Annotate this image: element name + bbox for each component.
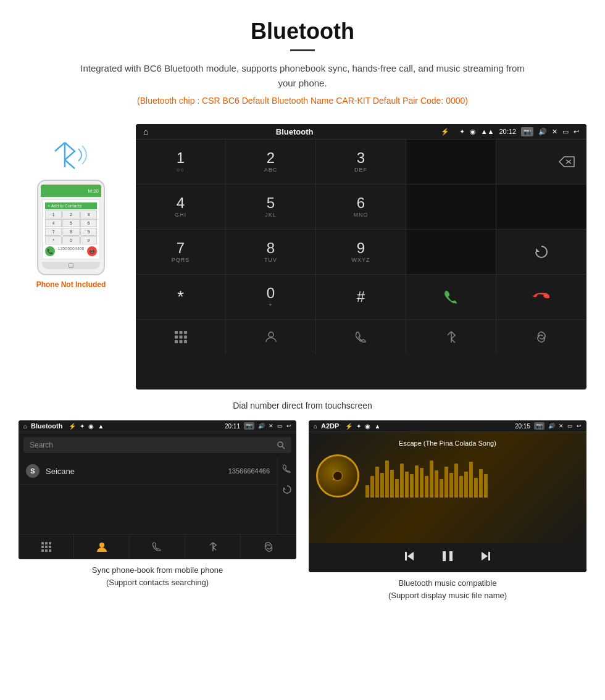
svg-rect-11 (175, 340, 178, 343)
music-location-icon: ◉ (365, 423, 370, 430)
spectrum-bar (385, 460, 389, 498)
next-button[interactable] (479, 549, 493, 566)
spectrum-bar (380, 473, 384, 498)
redial-button[interactable] (496, 230, 586, 274)
dial-key-5[interactable]: 5JKL (226, 185, 316, 229)
svg-marker-4 (536, 248, 540, 252)
dial-key-6[interactable]: 6MNO (316, 185, 406, 229)
pb-content: S Seicane 13566664466 (19, 458, 296, 534)
hangup-button[interactable] (496, 275, 586, 319)
location-icon: ◉ (470, 128, 476, 136)
pb-action-link[interactable] (241, 535, 296, 559)
dial-key-9[interactable]: 9WXYZ (316, 230, 406, 274)
action-link[interactable] (496, 320, 586, 354)
pb-action-contacts[interactable] (74, 535, 130, 559)
pb-action-phone[interactable] (130, 535, 185, 559)
phonebook-wrap: ⌂ Bluetooth ⚡ ✦ ◉ ▲ 20:11 📷 🔊 ✕ ▭ ↩ Sear… (19, 420, 296, 601)
pb-title: Bluetooth (31, 422, 62, 430)
dial-key-3[interactable]: 3DEF (316, 140, 406, 184)
pb-action-dialpad[interactable] (19, 535, 74, 559)
music-window-icon[interactable]: ▭ (567, 423, 573, 429)
phone-key-7: 7 (45, 228, 62, 236)
pb-call-icon[interactable] (282, 463, 293, 477)
dial-key-0[interactable]: 0+ (226, 275, 316, 319)
spectrum-bar (444, 467, 448, 498)
spectrum-bar (435, 470, 438, 498)
dial-key-hash[interactable]: # (316, 275, 406, 319)
action-phone[interactable] (316, 320, 406, 354)
spectrum-bar (454, 464, 458, 498)
music-song-title: Escape (The Pina Colada Song) (399, 440, 496, 447)
phone-mockup: M:20 + Add to Contacts 1 2 3 4 5 6 7 8 9… (37, 180, 105, 275)
action-contacts[interactable] (226, 320, 316, 354)
main-action-bar (136, 319, 586, 354)
music-back-icon[interactable]: ↩ (577, 423, 582, 429)
svg-rect-19 (41, 542, 44, 544)
pb-close-icon[interactable]: ✕ (269, 423, 273, 429)
pb-window-icon[interactable]: ▭ (277, 423, 283, 429)
dial-key-1[interactable]: 1○○ (136, 140, 226, 184)
svg-rect-6 (179, 331, 182, 334)
phone-key-2: 2 (62, 210, 79, 219)
window-icon[interactable]: ▭ (562, 128, 569, 136)
bt-status-icon: ✦ (459, 128, 465, 136)
phone-home-button (42, 262, 100, 269)
volume-icon[interactable]: 🔊 (538, 128, 547, 136)
pb-camera-icon[interactable]: 📷 (244, 422, 254, 430)
dial-key-8[interactable]: 8TUV (226, 230, 316, 274)
spectrum-bar (375, 467, 379, 498)
action-bluetooth[interactable] (406, 320, 496, 354)
contact-number: 13566664466 (228, 467, 270, 475)
back-icon[interactable]: ↩ (574, 128, 579, 136)
camera-icon[interactable]: 📷 (521, 127, 533, 136)
dial-key-star[interactable]: * (136, 275, 226, 319)
pb-refresh-icon[interactable] (282, 484, 293, 498)
phone-key-hash: # (80, 236, 97, 244)
pb-volume-icon[interactable]: 🔊 (258, 423, 265, 429)
call-button[interactable] (406, 275, 496, 319)
empty-cell-1 (496, 185, 586, 229)
spectrum-bar (440, 479, 443, 498)
spectrum-bar (425, 476, 428, 498)
phone-key-4: 4 (45, 219, 62, 227)
home-icon[interactable]: ⌂ (143, 127, 148, 136)
music-time: 20:15 (515, 423, 530, 430)
prev-button[interactable] (403, 549, 416, 566)
pb-search-bar[interactable]: Search (23, 437, 291, 453)
pb-back-icon[interactable]: ↩ (286, 423, 291, 429)
close-icon[interactable]: ✕ (552, 128, 557, 136)
svg-marker-1 (559, 157, 574, 167)
dial-key-7[interactable]: 7PQRS (136, 230, 226, 274)
play-pause-button[interactable] (441, 549, 454, 566)
pb-action-bluetooth[interactable] (185, 535, 241, 559)
display-area-3 (406, 230, 496, 274)
dial-key-4[interactable]: 4GHI (136, 185, 226, 229)
page-header: Bluetooth Integrated with BC6 Bluetooth … (0, 0, 605, 124)
status-time: 20:12 (499, 128, 516, 135)
svg-rect-25 (41, 549, 44, 552)
svg-rect-10 (184, 336, 187, 339)
svg-rect-7 (184, 331, 187, 334)
music-content: Escape (The Pina Colada Song) ♪ (309, 432, 586, 543)
spectrum-bar (469, 462, 473, 498)
music-home-icon[interactable]: ⌂ (314, 423, 317, 430)
spectrum-bar (395, 479, 399, 498)
dial-row-2: 4GHI 5JKL 6MNO (136, 185, 586, 230)
music-close-icon[interactable]: ✕ (559, 423, 564, 429)
display-area-2 (406, 185, 496, 229)
phone-key-5: 5 (62, 219, 79, 227)
music-camera-icon[interactable]: 📷 (534, 422, 544, 430)
music-volume-icon[interactable]: 🔊 (548, 423, 555, 429)
display-area (406, 140, 496, 184)
pb-home-icon[interactable]: ⌂ (23, 423, 27, 430)
title-divider (290, 49, 315, 51)
screen-title: Bluetooth (153, 127, 435, 136)
dial-key-2[interactable]: 2ABC (226, 140, 316, 184)
svg-marker-31 (407, 552, 414, 560)
music-controls (309, 543, 586, 572)
action-dialpad[interactable] (136, 320, 226, 354)
spectrum-bar (365, 485, 369, 498)
phone-not-included-label: Phone Not Included (36, 280, 106, 289)
backspace-button[interactable] (496, 140, 586, 184)
pb-contact-row[interactable]: S Seicane 13566664466 (19, 458, 277, 485)
